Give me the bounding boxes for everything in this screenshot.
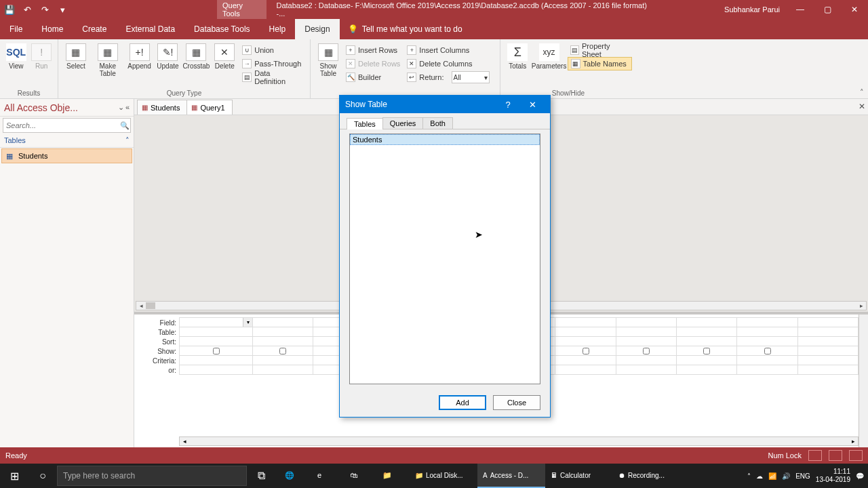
dialog-tabs: Tables Queries Both (340, 113, 550, 129)
dialog-help-button[interactable]: ? (496, 96, 520, 113)
view-datasheet-button[interactable] (808, 450, 822, 461)
run-button[interactable]: !Run (30, 42, 54, 79)
tab-database-tools[interactable]: Database Tools (184, 19, 260, 39)
insert-columns-button[interactable]: +Insert Columns (404, 43, 492, 57)
minimize-button[interactable]: — (788, 0, 812, 19)
update-button[interactable]: ✎!Update (155, 42, 182, 87)
task-view-icon[interactable]: ⧉ (247, 464, 275, 488)
workspace-vscroll[interactable] (859, 314, 868, 447)
task-edge[interactable]: e (312, 464, 344, 488)
data-definition-button[interactable]: ▤Data Definition (239, 70, 306, 84)
task-store[interactable]: 🛍 (344, 464, 377, 488)
show-checkbox[interactable] (583, 348, 589, 354)
dialog-tab-queries[interactable]: Queries (382, 117, 424, 129)
tab-external-data[interactable]: External Data (116, 19, 184, 39)
view-sql-button[interactable] (829, 450, 842, 461)
delete-rows-button[interactable]: ✕Delete Rows (343, 57, 403, 70)
dialog-titlebar[interactable]: Show Table ? ✕ (340, 96, 550, 113)
tray-chevron-icon[interactable]: ˄ (747, 472, 751, 480)
totals-button[interactable]: ΣTotals (505, 42, 531, 79)
nav-category-tables[interactable]: Tables˄ (0, 134, 134, 148)
close-window-button[interactable]: ✕ (842, 0, 867, 19)
doc-tab-query1[interactable]: ▦Query1 (186, 100, 232, 115)
close-tab-button[interactable]: ✕ (859, 102, 865, 111)
redo-icon[interactable]: ↷ (38, 3, 52, 16)
close-button[interactable]: Close (493, 395, 540, 410)
undo-icon[interactable]: ↶ (20, 3, 34, 16)
nav-search-input[interactable] (3, 121, 119, 129)
datadef-icon: ▤ (242, 73, 252, 82)
dialog-list-item[interactable]: Students (350, 134, 540, 145)
select-query-button[interactable]: ▦Select (62, 42, 90, 87)
parameters-button[interactable]: xyzParameters (532, 42, 566, 79)
show-checkbox[interactable] (703, 348, 710, 354)
tray-language[interactable]: ENG (795, 472, 810, 480)
crosstab-button[interactable]: ▦Crosstab (182, 42, 210, 87)
task-recording[interactable]: ⏺ Recording... (613, 464, 681, 488)
task-explorer[interactable]: 📁 (377, 464, 410, 488)
append-button[interactable]: +!Append (126, 42, 153, 87)
tab-file[interactable]: File (0, 19, 32, 39)
tray-volume-icon[interactable]: 🔊 (782, 472, 790, 480)
tray-network-icon[interactable]: 📶 (768, 472, 776, 480)
nav-header[interactable]: All Access Obje... ⌄« (0, 99, 134, 117)
scroll-left-icon[interactable]: ◂ (136, 302, 146, 309)
task-calculator[interactable]: 🖩 Calculator (545, 464, 613, 488)
dialog-close-x-button[interactable]: ✕ (520, 96, 545, 113)
union-button[interactable]: ∪Union (239, 43, 306, 57)
nav-title: All Access Obje... (4, 102, 78, 113)
add-button[interactable]: Add (439, 395, 486, 410)
field-dropdown-icon[interactable]: ▾ (243, 318, 252, 327)
nav-item-students[interactable]: Students (1, 148, 132, 163)
show-table-button[interactable]: ▦Show Table (315, 42, 342, 87)
tray-onedrive-icon[interactable]: ☁ (756, 472, 763, 480)
dialog-list[interactable]: Students (349, 134, 540, 384)
table-names-toggle[interactable]: ▦Table Names (568, 57, 632, 70)
task-access[interactable]: A Access - D... (477, 464, 545, 488)
delete-query-button[interactable]: ✕Delete (211, 42, 238, 87)
dialog-tab-tables[interactable]: Tables (347, 118, 383, 129)
tab-create[interactable]: Create (73, 19, 116, 39)
start-button[interactable]: ⊞ (0, 464, 28, 488)
view-design-button[interactable] (849, 450, 863, 461)
property-sheet-button[interactable]: ▤Property Sheet (568, 43, 632, 57)
search-icon[interactable]: 🔍 (119, 121, 130, 130)
tray-notifications-icon[interactable]: 💬 (856, 472, 864, 480)
nav-dropdown-icon[interactable]: ⌄ (118, 103, 124, 112)
tell-me-search[interactable]: 💡 Tell me what you want to do (340, 19, 462, 39)
view-button[interactable]: SQLView (4, 42, 28, 79)
delete-columns-button[interactable]: ✕Delete Columns (404, 57, 492, 70)
tab-home[interactable]: Home (32, 19, 73, 39)
doc-tab-students[interactable]: ▦Students (137, 100, 187, 115)
scroll-thumb[interactable] (146, 302, 155, 309)
insert-rows-button[interactable]: +Insert Rows (343, 43, 403, 57)
show-checkbox[interactable] (279, 348, 286, 354)
task-chrome[interactable]: 🌐 (279, 464, 312, 488)
property-sheet-icon: ▤ (570, 45, 579, 55)
dialog-tab-both[interactable]: Both (422, 117, 453, 129)
taskbar-search[interactable]: Type here to search (57, 466, 247, 486)
return-selector[interactable]: ↩Return: All▾ (404, 70, 492, 84)
show-checkbox[interactable] (764, 348, 771, 354)
grid-hscroll[interactable]: ◂▸ (179, 436, 859, 446)
delete-rows-icon: ✕ (346, 59, 355, 68)
field-cell[interactable]: ▾ (180, 318, 253, 327)
restore-button[interactable]: ▢ (815, 0, 840, 19)
collapse-ribbon-button[interactable]: ˄ (860, 88, 864, 97)
cortana-icon[interactable]: ○ (28, 464, 57, 488)
qat-customize-icon[interactable]: ▾ (56, 3, 69, 16)
passthrough-button[interactable]: →Pass-Through (239, 57, 306, 70)
tab-design[interactable]: Design (295, 19, 339, 39)
make-table-button[interactable]: ▦Make Table (91, 42, 125, 87)
show-checkbox[interactable] (213, 348, 220, 354)
tray-clock[interactable]: 11:1113-04-2019 (816, 468, 850, 484)
save-icon[interactable]: 💾 (3, 3, 16, 16)
scroll-right-icon[interactable]: ▸ (856, 302, 866, 309)
show-checkbox[interactable] (643, 348, 650, 354)
builder-button[interactable]: 🔨Builder (343, 70, 403, 84)
nav-search[interactable]: 🔍 (3, 118, 131, 133)
tab-help[interactable]: Help (260, 19, 296, 39)
dialog-footer: Add Close (439, 395, 540, 410)
task-local-disk[interactable]: 📁 Local Disk... (410, 464, 477, 488)
nav-collapse-icon[interactable]: « (125, 103, 130, 112)
